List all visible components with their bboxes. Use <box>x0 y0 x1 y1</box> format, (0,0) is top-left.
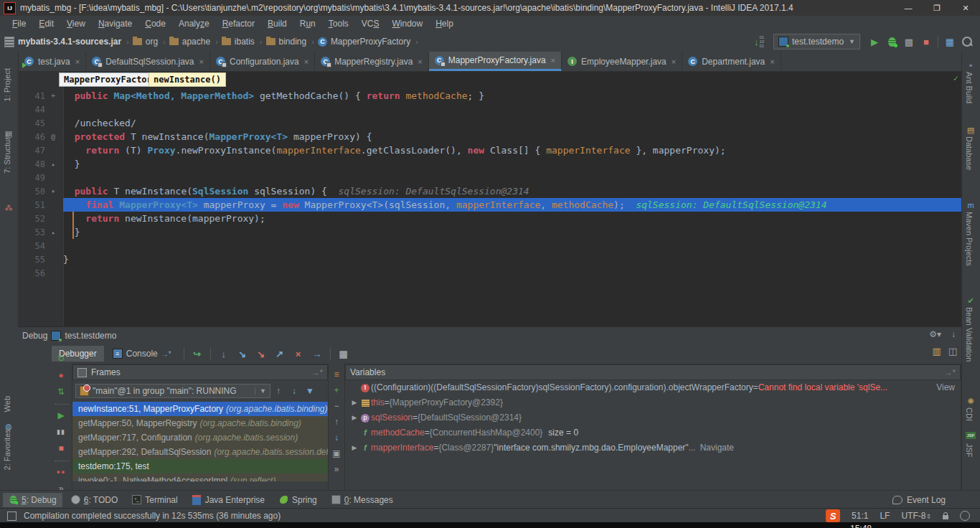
code-text[interactable]: } <box>63 225 961 239</box>
drop-frame-icon[interactable]: × <box>289 346 308 362</box>
thread-selector[interactable]: "main"@1 in group "main": RUNNING ▼ <box>75 384 270 398</box>
rerun-icon[interactable]: ↻ <box>52 351 70 366</box>
breadcrumb-item-ibatis[interactable]: ibatis <box>222 37 255 47</box>
close-icon[interactable]: × <box>770 57 774 66</box>
variable-row[interactable]: !((Configuration)((DefaultSqlSessionFact… <box>345 380 961 395</box>
variable-row[interactable]: fmethodCache = {ConcurrentHashMap@2400}s… <box>345 425 961 440</box>
tab-test-java[interactable]: Ctest.java× <box>19 52 86 71</box>
gutter-cell[interactable]: 51 <box>18 198 63 212</box>
navigate-link[interactable]: Navigate <box>700 440 734 456</box>
line-number[interactable]: 52 <box>18 214 45 224</box>
code-text[interactable] <box>63 239 961 253</box>
rerun-failed-icon[interactable]: ● <box>52 367 70 382</box>
maximize-button[interactable]: ❐ <box>923 0 951 16</box>
tab-department-java[interactable]: CDepartment.java× <box>682 52 781 71</box>
tool-window-button-terminal[interactable]: ›_Terminal <box>126 493 183 507</box>
code-line[interactable]: 49 <box>18 171 961 184</box>
menu-item-code[interactable]: Code <box>138 19 172 29</box>
code-text[interactable]: protected T newInstance(MapperProxy<T> m… <box>63 130 961 143</box>
code-text[interactable]: return (T) Proxy.newProxyInstance(mapper… <box>63 143 961 157</box>
force-step-into-icon[interactable]: ↘ <box>252 346 270 362</box>
expand-arrow-icon[interactable]: ▶ <box>349 410 359 425</box>
breadcrumb-item-mapperproxyfactory[interactable]: CMapperProxyFactory <box>318 37 410 47</box>
line-number[interactable]: 54 <box>18 241 45 251</box>
code-line[interactable]: 55} <box>18 253 961 266</box>
code-line[interactable]: 48▴ } <box>18 157 961 171</box>
run-configuration-selector[interactable]: test.testdemo▼ <box>773 34 860 50</box>
line-number[interactable]: 51 <box>18 200 45 210</box>
code-text[interactable]: return newInstance(mapperProxy); <box>63 212 961 225</box>
evaluate-expression-icon[interactable]: ▦ <box>334 346 353 362</box>
tool-window-button-java-enterprise[interactable]: Java Enterprise <box>187 493 270 507</box>
coverage-icon[interactable]: ▩ <box>900 34 918 50</box>
caret-position[interactable]: 51:1 <box>852 511 868 521</box>
gutter-cell[interactable]: 49 <box>18 171 63 184</box>
gutter-cell[interactable]: 55 <box>18 253 63 266</box>
code-text[interactable]: } <box>63 253 961 266</box>
menu-item-vcs[interactable]: VCS <box>355 19 386 29</box>
tab-defaultsqlsession-java[interactable]: CDefaultSqlSession.java× <box>86 52 210 71</box>
code-line[interactable]: 44 <box>18 103 961 116</box>
code-editor[interactable]: 41+ public Map<Method, MapperMethod> get… <box>18 72 961 326</box>
variables-pin-icon[interactable]: →* <box>945 368 956 377</box>
variable-row[interactable]: ▶this = {MapperProxyFactory@2392} <box>345 395 961 410</box>
menu-item-file[interactable]: File <box>6 19 32 29</box>
tool-window-button-spring[interactable]: Spring <box>273 493 323 507</box>
line-number[interactable]: 46 <box>18 132 45 142</box>
add-watch-icon[interactable]: + <box>334 382 339 398</box>
project-structure-icon[interactable]: ▦ <box>941 34 958 50</box>
breadcrumb-item-mybatis-3.4.1-sources.jar[interactable]: mybatis-3.4.1-sources.jar <box>4 37 121 47</box>
code-line[interactable]: 45 /unchecked/ <box>18 116 961 130</box>
frame-row[interactable]: getMapper:292, DefaultSqlSession(org.apa… <box>72 445 328 459</box>
gutter-cell[interactable]: 44 <box>18 103 63 116</box>
code-line[interactable]: 54 <box>18 239 961 253</box>
line-number[interactable]: 56 <box>18 268 45 278</box>
line-number[interactable]: 44 <box>18 105 45 115</box>
step-over-icon[interactable]: ↓ <box>215 346 233 362</box>
hector-inspector-icon[interactable] <box>960 511 970 521</box>
code-line[interactable]: 47 return (T) Proxy.newProxyInstance(map… <box>18 143 961 157</box>
frames-pin-icon[interactable]: →* <box>312 368 323 377</box>
code-text[interactable]: public Map<Method, MapperMethod> getMeth… <box>63 89 961 103</box>
close-icon[interactable]: × <box>551 56 555 65</box>
line-number[interactable]: 48 <box>18 159 45 169</box>
code-line[interactable]: 53▴ } <box>18 225 961 239</box>
menu-item-tools[interactable]: Tools <box>322 19 355 29</box>
debug-icon[interactable] <box>883 34 900 50</box>
gutter-cell[interactable]: 53▴ <box>18 225 63 239</box>
stop-icon[interactable]: ■ <box>52 440 70 456</box>
close-icon[interactable]: × <box>672 57 676 66</box>
menu-item-help[interactable]: Help <box>429 19 460 29</box>
code-line[interactable]: 51 final MapperProxy<T> mapperProxy = ne… <box>18 198 961 212</box>
menu-item-refactor[interactable]: Refactor <box>216 19 261 29</box>
lock-icon[interactable] <box>943 515 948 519</box>
close-icon[interactable]: × <box>199 57 204 66</box>
vcs-update-icon[interactable]: ↓011001 <box>750 34 768 50</box>
code-line[interactable]: 56 <box>18 266 961 280</box>
frame-row[interactable]: newInstance:51, MapperProxyFactory(org.a… <box>72 402 328 416</box>
line-number[interactable]: 45 <box>18 118 45 128</box>
breadcrumb-item-binding[interactable]: binding <box>266 37 307 47</box>
gutter-cell[interactable]: 45 <box>18 116 63 130</box>
tab-mapperregistry-java[interactable]: CMapperRegistry.java× <box>315 52 429 71</box>
next-frame-icon[interactable]: ↓ <box>286 386 302 396</box>
menu-item-run[interactable]: Run <box>293 19 322 29</box>
line-number[interactable]: 55 <box>18 255 45 265</box>
line-separator[interactable]: LF <box>880 511 890 521</box>
menu-item-analyze[interactable]: Analyze <box>172 19 216 29</box>
frame-row[interactable]: getMapper:717, Configuration(org.apache.… <box>72 430 328 445</box>
tab-mapperproxyfactory-java[interactable]: CMapperProxyFactory.java× <box>429 52 562 71</box>
tool-window-button-messages[interactable]: 0: Messages <box>326 493 399 507</box>
gutter-cell[interactable]: 48▴ <box>18 157 63 171</box>
prev-frame-icon[interactable]: ↑ <box>270 386 286 396</box>
stop-icon[interactable]: ■ <box>918 34 935 50</box>
breadcrumb-popup-method[interactable]: newInstance() <box>149 72 226 87</box>
more-icon[interactable]: » <box>334 461 339 477</box>
event-log-button[interactable]: Event Log <box>887 493 951 507</box>
file-encoding[interactable]: UTF-8⇕ <box>901 511 931 521</box>
search-everywhere-icon[interactable] <box>958 34 976 50</box>
breadcrumb-item-org[interactable]: org <box>133 37 158 47</box>
close-icon[interactable]: × <box>418 57 422 66</box>
tab-configuration-java[interactable]: CConfiguration.java× <box>210 52 315 71</box>
line-number[interactable]: 41 <box>18 91 45 101</box>
